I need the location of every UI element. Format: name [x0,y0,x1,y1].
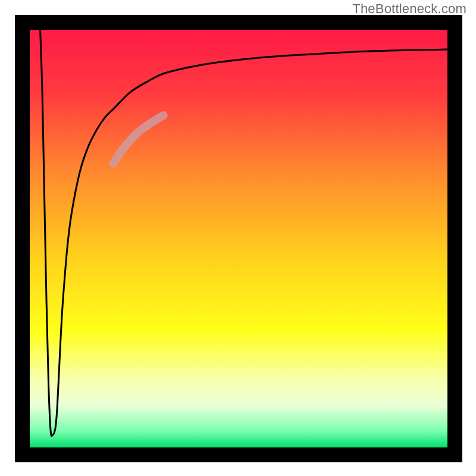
chart-container: TheBottleneck.com [0,0,476,476]
bottleneck-chart [0,0,476,476]
watermark-label: TheBottleneck.com [352,1,466,17]
chart-background [30,30,447,447]
